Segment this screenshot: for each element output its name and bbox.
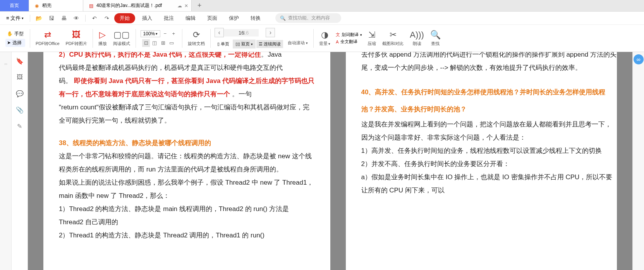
save-icon[interactable]: 🖫 bbox=[46, 13, 57, 23]
doc-text: 去付多伙 append 万法调用的代码进行一个锁粗化的操作的操作扩展到 appe… bbox=[361, 52, 617, 74]
fit-other-icon[interactable]: ▭ bbox=[168, 39, 175, 47]
tab-add[interactable]: + bbox=[192, 0, 207, 11]
signature-icon[interactable]: ✎ bbox=[15, 122, 24, 130]
zoom-cluster: 100% ▾ − + bbox=[141, 30, 178, 38]
document-viewport[interactable]: 2）CPU 执行代码，执行的不是 Java 代码，这点很关键，一定得记住。Jav… bbox=[28, 52, 632, 270]
menu-convert[interactable]: 转换 bbox=[246, 12, 265, 24]
zoom-value[interactable]: 100% ▾ bbox=[141, 30, 161, 37]
single-page-label: 单页 bbox=[221, 41, 229, 47]
doc-span-red: 即使你看到 Java 代码只有一行，甚至你看到 Java 代码编译之后生成的字节… bbox=[59, 77, 314, 98]
file-menu[interactable]: ≡ 文件 ▾ bbox=[4, 14, 26, 23]
compress-label: 压缩 bbox=[368, 41, 376, 47]
tab-sync-icon[interactable]: ☁ bbox=[177, 3, 182, 9]
tab-file[interactable]: ▤ 40道常问的Jav...程面试题！.pdf ☁ ✕ bbox=[83, 0, 192, 11]
search-box[interactable]: 🔍 查找功能、文档内容 bbox=[275, 13, 341, 23]
divider bbox=[136, 29, 136, 48]
hand-icon: ✋ bbox=[7, 31, 13, 36]
right-sidebar: ∞ bbox=[632, 52, 644, 270]
word-translate-label: 划词翻译 bbox=[342, 32, 359, 38]
menu-comment[interactable]: 批注 bbox=[159, 12, 179, 24]
search-icon: 🔍 bbox=[280, 16, 286, 21]
pdf-to-office[interactable]: ⇄ PDF转Office bbox=[33, 30, 63, 47]
menu-bar: ≡ 文件 ▾ 📂 🖫 🖶 👁 ↶ ↷ 开始 插入 批注 编辑 页面 保护 转换 … bbox=[0, 12, 644, 25]
doc-text: 这是我在并发编程网上看到的一个问题，把这个问题放在最人都能看到并且思考一下，因为… bbox=[361, 118, 617, 144]
compress[interactable]: ⇲ 压缩 bbox=[364, 30, 379, 47]
pdf-to-image[interactable]: 🖼 PDF转图片 bbox=[63, 30, 90, 47]
page-input[interactable] bbox=[224, 29, 259, 36]
continuous-label: 连续阅读 bbox=[264, 41, 281, 47]
doc-span: 。一句 bbox=[232, 90, 252, 98]
screenshot-compare[interactable]: ✂ 截图和对比 bbox=[379, 30, 407, 47]
tab-close-icon[interactable]: ✕ bbox=[184, 3, 188, 9]
select-mode[interactable]: ➤ 选择 bbox=[5, 39, 25, 47]
doc-text: 1）高并发、任务执行时间短的业务，线程池线程数可以设置减少线程上下文的切换 bbox=[361, 144, 617, 158]
doc-text: 如果说上面的说法让你感到困惑，那么我举个例子，假设 Thread2 中 new … bbox=[59, 176, 315, 202]
assistant-icon[interactable]: ∞ bbox=[634, 54, 644, 64]
content-area: ⎓ 🔖 🖼 💬 📎 ✎ 2）CPU 执行代码，执行的不是 Java 代码，这点很… bbox=[0, 52, 644, 270]
menu-edit[interactable]: 编辑 bbox=[181, 12, 200, 24]
single-page[interactable]: ▯ 单页 bbox=[215, 40, 232, 48]
print-icon[interactable]: 🖶 bbox=[59, 13, 69, 23]
double-page-icon: ▯▯ bbox=[235, 42, 240, 47]
pdf-icon: ▤ bbox=[88, 3, 94, 9]
divider bbox=[30, 29, 30, 48]
doc-text: 码。 即使你看到 Java 代码只有一行，甚至你看到 Java 代码编译之后生成… bbox=[59, 74, 315, 101]
double-page[interactable]: ▯▯ 双页 ▾ bbox=[233, 40, 256, 48]
play[interactable]: ▷ 播放 bbox=[95, 30, 110, 47]
hand-mode[interactable]: ✋ 手型 bbox=[5, 30, 25, 38]
chevron-down-icon: ▾ bbox=[306, 41, 308, 45]
word-translate[interactable]: ⽂ 划词翻译 ▾ bbox=[336, 32, 362, 38]
page-next[interactable]: › bbox=[266, 28, 275, 37]
bookmark-icon[interactable]: 🔖 bbox=[15, 57, 24, 65]
hamburger-icon: ≡ bbox=[6, 15, 9, 21]
search-placeholder: 查找功能、文档内容 bbox=[288, 15, 330, 21]
doc-span: 码。 bbox=[59, 77, 72, 85]
find-icon: 🔍 bbox=[430, 30, 441, 40]
chevron-down-icon: ▾ bbox=[156, 32, 158, 36]
read-mode[interactable]: ▢▢ 阅读模式 bbox=[110, 30, 133, 47]
zoom-out-icon[interactable]: − bbox=[161, 30, 169, 38]
redo-icon[interactable]: ↷ bbox=[102, 13, 112, 23]
fit-actual-icon[interactable]: ⊞ bbox=[159, 39, 167, 47]
undo-icon[interactable]: ↶ bbox=[89, 13, 100, 23]
fit-page-icon[interactable]: ◫ bbox=[151, 39, 158, 47]
read-aloud[interactable]: A))) 朗读 bbox=[407, 30, 427, 47]
menu-insert[interactable]: 插入 bbox=[137, 12, 157, 24]
tab-home[interactable]: 首页 bbox=[0, 0, 29, 11]
play-icon: ▷ bbox=[99, 30, 106, 40]
zoom-value-text: 100% bbox=[143, 31, 155, 36]
menu-page[interactable]: 页面 bbox=[203, 12, 222, 24]
rotate-doc[interactable]: ⟳ 旋转文档 bbox=[185, 30, 208, 47]
chevron-down-icon: ▾ bbox=[22, 16, 24, 20]
auto-scroll[interactable]: 自动滚动 ▾ bbox=[285, 40, 311, 46]
menu-protect[interactable]: 保护 bbox=[224, 12, 244, 24]
cursor-icon: ➤ bbox=[7, 40, 11, 45]
fit-width-icon[interactable]: ⊡ bbox=[142, 39, 150, 47]
tab-daoke[interactable]: ◉ 稻壳 bbox=[29, 0, 83, 11]
full-translate[interactable]: A 全文翻译 bbox=[336, 39, 357, 45]
thumbnail-icon[interactable]: 🖼 bbox=[15, 73, 24, 81]
pdf-image-icon: 🖼 bbox=[72, 30, 81, 40]
file-menu-label: 文件 bbox=[10, 15, 21, 22]
speaker-icon: A))) bbox=[410, 30, 424, 40]
background[interactable]: ◑ 背景 ▾ bbox=[316, 30, 333, 47]
read-aloud-label: 朗读 bbox=[413, 41, 421, 47]
page-prev[interactable]: ‹ bbox=[215, 28, 224, 37]
doc-text: 1）Thread2 的构造方法、静态块是 main 线程调用的，Thread2 … bbox=[59, 202, 315, 229]
find[interactable]: 🔍 查找 bbox=[427, 30, 444, 47]
comment-panel-icon[interactable]: 💬 bbox=[15, 89, 24, 98]
zoom-in-icon[interactable]: + bbox=[170, 30, 177, 38]
attachment-icon[interactable]: 📎 bbox=[15, 106, 24, 114]
divider bbox=[210, 29, 211, 48]
plus-icon: + bbox=[197, 2, 202, 10]
double-page-label: 双页 bbox=[241, 41, 250, 47]
auto-scroll-label: 自动滚动 bbox=[288, 40, 305, 46]
collapse-handle-icon[interactable]: ⎓ bbox=[2, 60, 10, 68]
play-label: 播放 bbox=[98, 41, 107, 47]
print-preview-icon[interactable]: 👁 bbox=[71, 13, 81, 23]
open-icon[interactable]: 📂 bbox=[34, 13, 44, 23]
continuous-read[interactable]: ☰ 连续阅读 bbox=[256, 40, 283, 48]
page-nav: ‹ /16 › bbox=[215, 28, 283, 37]
menu-start[interactable]: 开始 bbox=[114, 13, 135, 23]
chevron-down-icon: ▾ bbox=[328, 42, 330, 46]
